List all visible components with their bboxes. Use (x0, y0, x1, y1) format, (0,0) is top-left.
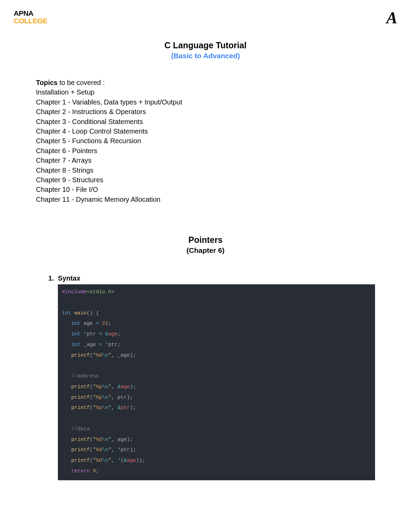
topics-item: Chapter 1 - Variables, Data types + Inpu… (36, 97, 375, 107)
code-token: //data (71, 426, 90, 432)
code-line: int main() { (62, 308, 371, 319)
code-token: <stdio.h> (87, 289, 114, 295)
code-token: ( (90, 384, 93, 390)
code-token: ( (90, 447, 93, 453)
code-token: age (127, 458, 136, 463)
code-token: ; (108, 321, 111, 326)
code-token: " (93, 352, 96, 358)
code-token (62, 373, 71, 379)
page-header: APNA COLLEGE A (14, 10, 397, 26)
code-line: printf("%d\n", _age); (62, 350, 371, 361)
code-token: int (71, 342, 80, 348)
code-token: printf (71, 447, 90, 453)
code-token (99, 321, 102, 326)
code-token: & (105, 331, 108, 337)
code-token: 22 (102, 321, 108, 326)
code-token: printf (71, 458, 90, 463)
code-token: , ptr); (111, 395, 133, 400)
code-token: age (121, 384, 130, 390)
code-token: " (93, 405, 96, 411)
code-line: printf("%p\n", &age); (62, 382, 371, 393)
code-token: * (117, 458, 121, 463)
code-token: " (93, 384, 96, 390)
code-line: //data (62, 424, 371, 435)
code-token: main (74, 310, 87, 316)
code-token: printf (71, 384, 90, 390)
code-line (62, 413, 371, 424)
code-token: ); (130, 384, 136, 390)
code-token (62, 468, 71, 474)
chapter-subtitle: (Chapter 6) (36, 246, 375, 255)
code-token: " (108, 447, 111, 453)
code-token: ; (96, 468, 99, 474)
code-token: %d (96, 458, 102, 463)
code-token: ( (90, 395, 93, 400)
code-token (62, 331, 71, 337)
code-token: * (84, 331, 87, 337)
code-token: printf (71, 352, 90, 358)
code-line: //address (62, 371, 371, 382)
topics-item: Chapter 5 - Functions & Recursion (36, 136, 375, 146)
code-line: printf("%p\n", ptr); (62, 393, 371, 403)
code-token: , age); (111, 437, 133, 443)
topics-label-suffix: to be covered : (58, 79, 105, 86)
title-block: C Language Tutorial (Basic to Advanced) (36, 40, 375, 60)
code-token: , (111, 405, 117, 411)
code-token: " (108, 352, 111, 358)
code-token: ); (130, 405, 136, 411)
section-heading: 1.Syntax (48, 274, 375, 282)
topics-list: Topics to be covered : Installation + Se… (36, 78, 375, 204)
code-token: ( (121, 458, 124, 463)
code-token (62, 352, 71, 358)
code-token: \n (102, 458, 108, 463)
section-heading-text: Syntax (58, 274, 80, 282)
code-token: int (71, 331, 80, 337)
code-token: " (93, 395, 96, 400)
topics-item: Chapter 3 - Conditional Statements (36, 117, 375, 126)
code-line: printf("%d\n", *ptr); (62, 445, 371, 456)
code-token (62, 447, 71, 453)
code-token: %p (96, 384, 102, 390)
code-token: " (108, 395, 111, 400)
code-token: int (71, 321, 80, 326)
code-token: " (108, 458, 111, 463)
page-content: C Language Tutorial (Basic to Advanced) … (36, 40, 375, 480)
code-token (62, 384, 71, 390)
code-token: %d (96, 352, 102, 358)
code-token: = (99, 331, 102, 337)
code-token (62, 458, 71, 463)
code-token: \n (102, 437, 108, 443)
section-number: 1. (48, 274, 58, 282)
chapter-title: Pointers (36, 235, 375, 245)
code-token: , _age); (111, 352, 136, 358)
code-token: * (105, 342, 108, 348)
code-token: , (111, 458, 117, 463)
code-token (62, 321, 71, 326)
code-token: printf (71, 395, 90, 400)
topics-items-container: Installation + SetupChapter 1 - Variable… (36, 87, 375, 204)
code-token: ( (90, 405, 93, 411)
code-line: int *ptr = &age; (62, 329, 371, 340)
code-token: return (71, 468, 90, 474)
code-token: = (96, 321, 99, 326)
code-token: , (111, 384, 117, 390)
logo-line2: COLLEGE (14, 17, 47, 25)
code-block: #include<stdio.h> int main() { int age =… (58, 284, 375, 480)
code-token: age (108, 331, 117, 337)
subtitle: (Basic to Advanced) (36, 52, 375, 60)
logo-a-mark: A (386, 10, 397, 26)
code-token: ( (90, 458, 93, 463)
code-token (62, 405, 71, 411)
code-token (90, 468, 93, 474)
code-token: " (108, 405, 111, 411)
code-line: return 0; (62, 466, 371, 477)
code-line: int age = 22; (62, 319, 371, 329)
code-token (62, 426, 71, 432)
code-token (102, 342, 105, 348)
topics-item: Chapter 2 - Instructions & Operators (36, 107, 375, 116)
code-token: )); (136, 458, 145, 463)
code-token: printf (71, 437, 90, 443)
code-token: * (117, 447, 121, 453)
topics-item: Chapter 7 - Arrays (36, 156, 375, 165)
code-token: " (93, 437, 96, 443)
